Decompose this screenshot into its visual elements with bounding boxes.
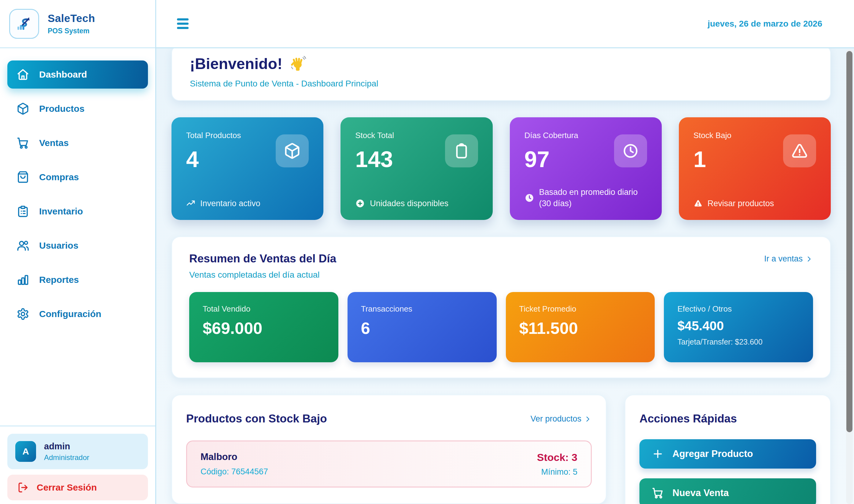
menu-toggle-button[interactable] bbox=[177, 18, 189, 29]
saletech-logo-icon bbox=[9, 9, 39, 39]
clock-small-icon bbox=[524, 193, 534, 203]
page-subtitle: Sistema de Punto de Venta - Dashboard Pr… bbox=[190, 79, 813, 89]
stat-icon-box bbox=[783, 134, 816, 167]
gear-icon bbox=[17, 308, 29, 320]
sidebar-item-dashboard[interactable]: Dashboard bbox=[7, 60, 148, 89]
chevron-right-icon bbox=[584, 415, 592, 423]
stat-icon-box bbox=[276, 134, 309, 167]
low-stock-product-row[interactable]: Malboro Código: 76544567 Stock: 3 Mínimo… bbox=[186, 440, 592, 487]
bag-icon bbox=[17, 171, 29, 184]
sales-summary-header: Resumen de Ventas del Día Ventas complet… bbox=[189, 252, 813, 280]
topbar: jueves, 26 de marzo de 2026 bbox=[156, 0, 854, 48]
cart-icon bbox=[652, 487, 664, 499]
cart-icon bbox=[17, 137, 29, 149]
hamburger-icon bbox=[177, 18, 189, 20]
sidebar-item-label: Ventas bbox=[39, 138, 69, 148]
clipboard-list-icon bbox=[17, 205, 29, 218]
sales-summary-card: Resumen de Ventas del Día Ventas complet… bbox=[172, 236, 831, 378]
clipboard-icon bbox=[453, 142, 470, 159]
logout-button[interactable]: Cerrar Sesión bbox=[7, 475, 148, 500]
sidebar-footer: A admin Administrador Cerrar Sesión bbox=[0, 426, 155, 504]
user-role: Administrador bbox=[44, 453, 89, 462]
stat-footer: Revisar productos bbox=[694, 198, 819, 209]
sidebar-item-label: Dashboard bbox=[39, 69, 87, 80]
brand-text: SaleTech POS System bbox=[48, 12, 95, 35]
go-to-sales-link[interactable]: Ir a ventas bbox=[764, 254, 813, 264]
package-icon bbox=[284, 142, 301, 159]
mini-card-total-vendido: Total Vendido $69.000 bbox=[189, 292, 338, 362]
view-products-link[interactable]: Ver productos bbox=[530, 414, 592, 424]
trending-up-icon bbox=[186, 199, 195, 208]
mini-card-ticket-promedio: Ticket Promedio $11.500 bbox=[506, 292, 655, 362]
product-code: Código: 76544567 bbox=[201, 467, 268, 476]
new-sale-button[interactable]: Nueva Venta bbox=[640, 478, 816, 504]
sidebar-item-label: Reportes bbox=[39, 275, 79, 285]
welcome-card: ¡Bienvenido! bbox=[172, 48, 831, 101]
product-name: Malboro bbox=[201, 451, 268, 463]
product-stock-badge: Stock: 3 bbox=[537, 451, 577, 463]
stats-row: Total Productos 4 Inventario activo Stoc… bbox=[172, 117, 831, 220]
sidebar-item-reportes[interactable]: Reportes bbox=[7, 266, 148, 294]
user-name: admin bbox=[44, 442, 89, 451]
page-title: ¡Bienvenido! bbox=[190, 55, 813, 73]
home-icon bbox=[17, 68, 29, 81]
alert-triangle-icon bbox=[791, 142, 808, 159]
bar-chart-icon bbox=[17, 273, 29, 286]
welcome-title-text: ¡Bienvenido! bbox=[190, 55, 282, 73]
quick-actions-panel: Acciones Rápidas Agregar Producto Nueva … bbox=[625, 395, 831, 504]
mini-card-efectivo-otros: Efectivo / Otros $45.400 Tarjeta/Transfe… bbox=[664, 292, 813, 362]
sales-mini-cards: Total Vendido $69.000 Transacciones 6 Ti… bbox=[189, 292, 813, 362]
stat-icon-box bbox=[614, 134, 647, 167]
sidebar-item-label: Compras bbox=[39, 172, 79, 182]
dashboard-content: ¡Bienvenido! bbox=[156, 48, 854, 504]
sidebar-item-label: Productos bbox=[39, 104, 84, 114]
quick-actions-title: Acciones Rápidas bbox=[640, 412, 816, 425]
plus-circle-icon bbox=[355, 199, 365, 208]
stat-footer: Unidades disponibles bbox=[355, 198, 480, 209]
user-info: admin Administrador bbox=[44, 442, 89, 462]
stat-footer: Inventario activo bbox=[186, 198, 311, 209]
sidebar-nav: Dashboard Productos Ventas Compras Inven… bbox=[0, 48, 155, 426]
logout-label: Cerrar Sesión bbox=[37, 482, 97, 493]
brand-header: SaleTech POS System bbox=[0, 0, 155, 48]
sidebar-item-label: Configuración bbox=[39, 309, 101, 319]
low-stock-header: Productos con Stock Bajo Ver productos bbox=[186, 412, 592, 425]
scrollbar-track bbox=[846, 49, 853, 504]
scrollbar-thumb[interactable] bbox=[847, 51, 853, 432]
low-stock-title: Productos con Stock Bajo bbox=[186, 412, 327, 425]
users-icon bbox=[17, 239, 29, 252]
sidebar-item-configuracion[interactable]: Configuración bbox=[7, 300, 148, 328]
avatar: A bbox=[15, 441, 36, 462]
stat-card-stock-total: Stock Total 143 Unidades disponibles bbox=[341, 117, 492, 220]
pos-app: SaleTech POS System Dashboard Productos … bbox=[0, 0, 854, 504]
waving-hand-icon bbox=[290, 56, 306, 72]
stat-icon-box bbox=[445, 134, 478, 167]
brand-tagline: POS System bbox=[48, 27, 95, 35]
sidebar-item-label: Inventario bbox=[39, 206, 83, 217]
current-date: jueves, 26 de marzo de 2026 bbox=[708, 19, 822, 29]
stat-card-total-productos: Total Productos 4 Inventario activo bbox=[172, 117, 324, 220]
chevron-right-icon bbox=[805, 255, 813, 263]
user-card[interactable]: A admin Administrador bbox=[7, 434, 148, 469]
bottom-row: Productos con Stock Bajo Ver productos M… bbox=[172, 395, 831, 504]
clock-icon bbox=[622, 142, 639, 159]
sales-summary-title: Resumen de Ventas del Día bbox=[189, 252, 336, 265]
plus-icon bbox=[652, 448, 664, 460]
mini-card-sub: Tarjeta/Transfer: $23.600 bbox=[677, 338, 800, 346]
alert-small-icon bbox=[694, 199, 703, 208]
sidebar-item-inventario[interactable]: Inventario bbox=[7, 197, 148, 226]
brand-name: SaleTech bbox=[48, 12, 95, 24]
stat-footer: Basado en promedio diario (30 días) bbox=[524, 187, 649, 209]
sidebar-item-compras[interactable]: Compras bbox=[7, 163, 148, 191]
sidebar-item-usuarios[interactable]: Usuarios bbox=[7, 232, 148, 259]
logout-icon bbox=[17, 482, 29, 493]
add-product-button[interactable]: Agregar Producto bbox=[640, 439, 816, 469]
sidebar-item-productos[interactable]: Productos bbox=[7, 95, 148, 123]
stat-card-stock-bajo: Stock Bajo 1 Revisar productos bbox=[679, 117, 831, 220]
mini-card-transacciones: Transacciones 6 bbox=[348, 292, 497, 362]
main-area: jueves, 26 de marzo de 2026 ¡Bienvenido! bbox=[156, 0, 854, 504]
low-stock-panel: Productos con Stock Bajo Ver productos M… bbox=[172, 395, 606, 504]
product-min-label: Mínimo: 5 bbox=[537, 467, 577, 477]
sidebar-item-ventas[interactable]: Ventas bbox=[7, 129, 148, 157]
package-icon bbox=[17, 102, 29, 115]
